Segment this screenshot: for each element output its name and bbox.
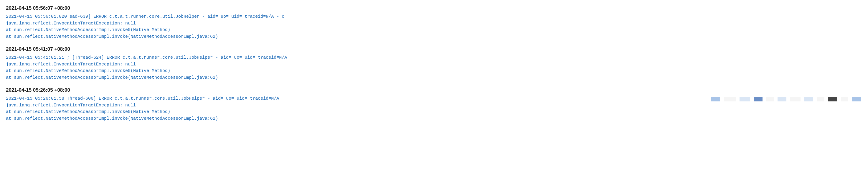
log-line: at sun.reflect.NativeMethodAccessorImpl.…	[6, 34, 862, 40]
log-text: 2021-04-15 05:56:01,020 ead-639] ERROR c…	[6, 14, 284, 19]
log-entry: 2021-04-15 05:41:07 +08:00 2021-04-15 05…	[6, 43, 862, 84]
redact-block	[724, 97, 736, 101]
log-line: java.lang.reflect.InvocationTargetExcept…	[6, 61, 862, 68]
redact-block	[828, 97, 837, 101]
log-entry: 2021-04-15 05:56:07 +08:00 2021-04-15 05…	[6, 2, 862, 43]
log-timestamp-header: 2021-04-15 05:56:07 +08:00	[6, 5, 862, 11]
redact-block	[790, 97, 801, 101]
redact-block	[778, 97, 786, 101]
log-line: at sun.reflect.NativeMethodAccessorImpl.…	[6, 68, 862, 74]
log-line: at sun.reflect.NativeMethodAccessorImpl.…	[6, 109, 862, 116]
log-line: 2021-04-15 05:26:01,58 Thread-606] ERROR…	[6, 95, 862, 102]
redact-block	[841, 97, 848, 101]
redact-block	[804, 97, 813, 101]
redact-block	[754, 97, 763, 101]
redaction-blocks-right	[711, 96, 862, 103]
log-line: java.lang.reflect.InvocationTargetExcept…	[6, 102, 862, 109]
log-entry: 2021-04-15 05:26:05 +08:00 2021-04-15 05…	[6, 84, 862, 125]
log-timestamp-header: 2021-04-15 05:26:05 +08:00	[6, 87, 862, 93]
log-line: at sun.reflect.NativeMethodAccessorImpl.…	[6, 116, 862, 122]
redact-block	[711, 97, 720, 101]
redact-block	[766, 97, 774, 101]
log-line: 2021-04-15 05:41:01,21 ; [Thread-624] ER…	[6, 55, 862, 61]
log-text: 2021-04-15 05:41:01,21 ; [Thread-624] ER…	[6, 55, 287, 60]
log-line: 2021-04-15 05:56:01,020 ead-639] ERROR c…	[6, 13, 862, 20]
log-timestamp-header: 2021-04-15 05:41:07 +08:00	[6, 46, 862, 52]
redact-block	[817, 97, 825, 101]
log-text: 2021-04-15 05:26:01,58 Thread-606] ERROR…	[6, 96, 279, 101]
log-line: at sun.reflect.NativeMethodAccessorImpl.…	[6, 27, 862, 34]
log-line: at sun.reflect.NativeMethodAccessorImpl.…	[6, 74, 862, 81]
redact-block	[852, 97, 861, 101]
redact-block	[740, 97, 750, 101]
log-line: java.lang.reflect.InvocationTargetExcept…	[6, 20, 862, 27]
